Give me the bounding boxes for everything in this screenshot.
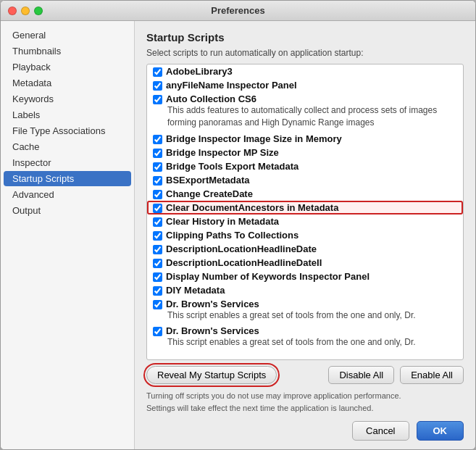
script-row-0: AdobeLibrary3	[153, 66, 457, 77]
section-description: Select scripts to run automatically on a…	[146, 48, 464, 58]
window-controls	[8, 7, 43, 15]
reveal-scripts-button[interactable]: Reveal My Startup Scripts	[146, 366, 277, 384]
script-row-15: Dr. Brown's Services	[153, 299, 457, 309]
main-panel: Startup Scripts Select scripts to run au…	[135, 21, 475, 449]
script-item-16: Dr. Brown's ServicesThis script enables …	[147, 324, 463, 351]
bottom-buttons-row: Reveal My Startup Scripts Disable All En…	[146, 366, 464, 384]
cancel-button[interactable]: Cancel	[352, 421, 409, 441]
script-name-10: Clipping Paths To Collections	[166, 230, 298, 241]
script-checkbox-0[interactable]	[153, 67, 162, 77]
script-row-14: DIY Metadata	[153, 285, 457, 296]
script-name-13: Display Number of Keywords Inspector Pan…	[166, 271, 369, 282]
script-item-14: DIY Metadata	[147, 283, 463, 297]
script-row-4: Bridge Inspector MP Size	[153, 147, 457, 158]
sidebar-item-startup-scripts[interactable]: Startup Scripts	[4, 171, 131, 186]
maximize-button[interactable]	[34, 7, 43, 15]
script-checkbox-6[interactable]	[153, 176, 162, 186]
sidebar-item-playback[interactable]: Playback	[4, 59, 131, 75]
script-checkbox-3[interactable]	[153, 135, 162, 144]
close-button[interactable]	[8, 7, 17, 15]
sidebar-item-metadata[interactable]: Metadata	[4, 75, 131, 91]
script-name-2: Auto Collection CS6	[166, 93, 256, 104]
script-name-4: Bridge Inspector MP Size	[166, 147, 279, 158]
script-item-10: Clipping Paths To Collections	[147, 228, 463, 242]
sidebar-item-inspector[interactable]: Inspector	[4, 155, 131, 170]
sidebar: GeneralThumbnailsPlaybackMetadataKeyword…	[1, 21, 135, 449]
script-row-1: anyFileName Inspector Panel	[153, 80, 457, 91]
script-item-12: DescriptionLocationHeadlineDateII	[147, 256, 463, 270]
script-name-11: DescriptionLocationHeadlineDate	[166, 243, 317, 254]
minimize-button[interactable]	[21, 7, 30, 15]
sidebar-item-output[interactable]: Output	[4, 203, 131, 218]
sidebar-item-advanced[interactable]: Advanced	[4, 187, 131, 202]
sidebar-item-labels[interactable]: Labels	[4, 107, 131, 122]
script-row-10: Clipping Paths To Collections	[153, 230, 457, 241]
script-name-0: AdobeLibrary3	[166, 66, 233, 77]
script-item-11: DescriptionLocationHeadlineDate	[147, 242, 463, 256]
script-row-2: Auto Collection CS6	[153, 93, 457, 104]
script-row-13: Display Number of Keywords Inspector Pan…	[153, 271, 457, 282]
sidebar-item-file-type-associations[interactable]: File Type Associations	[4, 123, 131, 138]
script-item-6: BSExportMetadata	[147, 173, 463, 187]
script-name-9: Clear History in Metadata	[166, 216, 279, 227]
script-checkbox-4[interactable]	[153, 149, 162, 158]
script-row-7: Change CreateDate	[153, 188, 457, 199]
script-name-5: Bridge Tools Export Metadata	[166, 161, 298, 172]
script-checkbox-11[interactable]	[153, 245, 162, 254]
script-row-6: BSExportMetadata	[153, 175, 457, 186]
script-checkbox-10[interactable]	[153, 231, 162, 241]
script-name-1: anyFileName Inspector Panel	[166, 80, 297, 91]
script-item-9: Clear History in Metadata	[147, 214, 463, 228]
sidebar-item-thumbnails[interactable]: Thumbnails	[4, 43, 131, 59]
sidebar-item-keywords[interactable]: Keywords	[4, 91, 131, 107]
ok-button[interactable]: OK	[417, 421, 464, 441]
footer-actions: Cancel OK	[146, 421, 464, 441]
script-name-14: DIY Metadata	[166, 285, 225, 296]
script-item-4: Bridge Inspector MP Size	[147, 146, 463, 159]
script-item-7: Change CreateDate	[147, 187, 463, 201]
script-checkbox-8[interactable]	[153, 204, 162, 213]
sidebar-item-general[interactable]: General	[4, 28, 131, 43]
content-area: GeneralThumbnailsPlaybackMetadataKeyword…	[1, 21, 475, 449]
script-item-5: Bridge Tools Export Metadata	[147, 159, 463, 173]
script-item-3: Bridge Inspector Image Size in Memory	[147, 132, 463, 146]
script-desc-15: This script enables a great set of tools…	[153, 309, 457, 323]
script-checkbox-9[interactable]	[153, 217, 162, 227]
script-checkbox-15[interactable]	[153, 300, 162, 309]
script-row-16: Dr. Brown's Services	[153, 325, 457, 336]
script-name-7: Change CreateDate	[166, 188, 253, 199]
script-item-2: Auto Collection CS6This adds features to…	[147, 92, 463, 132]
script-checkbox-12[interactable]	[153, 259, 162, 268]
disable-all-button[interactable]: Disable All	[328, 366, 394, 384]
script-item-8: Clear DocumentAncestors in Metadata	[147, 201, 463, 214]
titlebar: Preferences	[1, 1, 475, 21]
footer-line2: Settings will take effect the next time …	[146, 404, 373, 412]
script-desc-16: This script enables a great set of tools…	[153, 336, 457, 350]
script-name-12: DescriptionLocationHeadlineDateII	[166, 257, 322, 268]
script-checkbox-2[interactable]	[153, 95, 162, 104]
script-item-15: Dr. Brown's ServicesThis script enables …	[147, 297, 463, 325]
section-title: Startup Scripts	[146, 31, 464, 43]
script-name-15: Dr. Brown's Services	[166, 299, 259, 309]
window-title: Preferences	[211, 5, 264, 16]
script-checkbox-13[interactable]	[153, 272, 162, 282]
script-name-6: BSExportMetadata	[166, 175, 250, 186]
script-checkbox-14[interactable]	[153, 286, 162, 296]
scripts-list[interactable]: AdobeLibrary3anyFileName Inspector Panel…	[146, 64, 464, 360]
script-checkbox-16[interactable]	[153, 327, 162, 336]
script-item-13: Display Number of Keywords Inspector Pan…	[147, 270, 463, 283]
script-checkbox-1[interactable]	[153, 81, 162, 91]
sidebar-item-cache[interactable]: Cache	[4, 139, 131, 154]
script-row-8: Clear DocumentAncestors in Metadata	[153, 202, 457, 213]
script-name-8: Clear DocumentAncestors in Metadata	[166, 202, 338, 213]
preferences-window: Preferences GeneralThumbnailsPlaybackMet…	[0, 0, 476, 450]
script-row-5: Bridge Tools Export Metadata	[153, 161, 457, 172]
script-row-9: Clear History in Metadata	[153, 216, 457, 227]
enable-all-button[interactable]: Enable All	[400, 366, 464, 384]
script-row-11: DescriptionLocationHeadlineDate	[153, 243, 457, 254]
script-name-3: Bridge Inspector Image Size in Memory	[166, 133, 342, 144]
script-checkbox-5[interactable]	[153, 162, 162, 172]
script-item-0: AdobeLibrary3	[147, 64, 463, 78]
script-checkbox-7[interactable]	[153, 190, 162, 199]
footer-line1: Turning off scripts you do not use may i…	[146, 391, 401, 400]
